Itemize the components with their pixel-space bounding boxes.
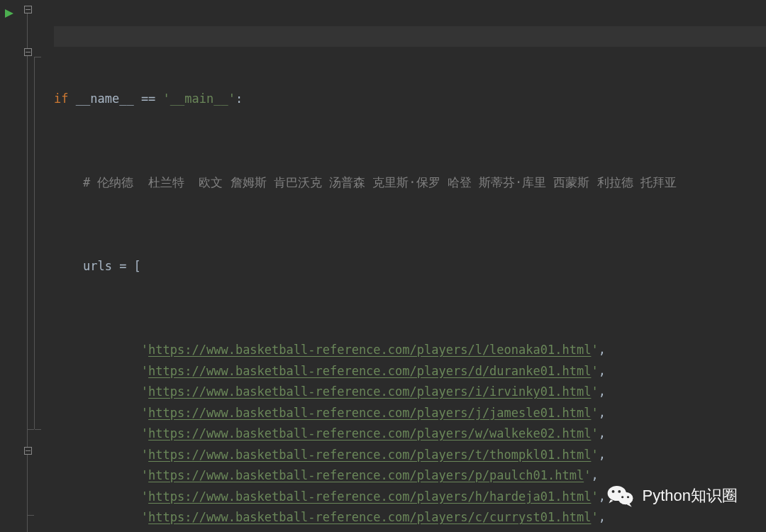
code-line[interactable]: 'https://www.basketball-reference.com/pl… xyxy=(54,528,766,533)
code-line[interactable]: 'https://www.basketball-reference.com/pl… xyxy=(54,361,766,382)
svg-marker-0 xyxy=(5,9,13,18)
url-link[interactable]: https://www.basketball-reference.com/pla… xyxy=(148,382,591,403)
svg-marker-7 xyxy=(609,499,613,503)
url-link[interactable]: https://www.basketball-reference.com/pla… xyxy=(148,403,591,424)
wechat-icon xyxy=(606,481,635,511)
svg-point-4 xyxy=(618,490,621,493)
fold-toggle-icon[interactable] xyxy=(24,6,32,13)
fold-toggle-icon[interactable] xyxy=(24,48,32,56)
code-line[interactable]: # 伦纳德 杜兰特 欧文 詹姆斯 肯巴沃克 汤普森 克里斯·保罗 哈登 斯蒂芬·… xyxy=(54,172,766,194)
url-link[interactable]: https://www.basketball-reference.com/pla… xyxy=(148,507,591,528)
url-link[interactable]: https://www.basketball-reference.com/pla… xyxy=(148,465,584,487)
url-link[interactable]: https://www.basketball-reference.com/pla… xyxy=(148,445,591,466)
current-line-highlight xyxy=(54,26,766,48)
svg-point-3 xyxy=(611,490,614,493)
fold-gutter xyxy=(21,0,54,532)
code-line[interactable]: urls = [ xyxy=(54,256,766,277)
url-link[interactable]: https://www.basketball-reference.com/pla… xyxy=(148,423,591,445)
code-line[interactable]: 'https://www.basketball-reference.com/pl… xyxy=(54,382,766,403)
code-line[interactable]: if __name__ == '__main__': xyxy=(54,89,766,110)
run-icon[interactable] xyxy=(4,7,21,21)
run-gutter xyxy=(0,0,21,532)
url-link[interactable]: https://www.basketball-reference.com/pla… xyxy=(148,528,591,533)
svg-point-2 xyxy=(618,492,633,505)
code-line[interactable]: 'https://www.basketball-reference.com/pl… xyxy=(54,423,766,445)
url-link[interactable]: https://www.basketball-reference.com/pla… xyxy=(148,361,591,382)
watermark-text: Python知识圈 xyxy=(643,485,738,506)
svg-point-6 xyxy=(626,496,628,498)
fold-toggle-icon[interactable] xyxy=(24,447,32,455)
url-link[interactable]: https://www.basketball-reference.com/pla… xyxy=(148,487,591,508)
code-line[interactable]: 'https://www.basketball-reference.com/pl… xyxy=(54,403,766,424)
code-line[interactable]: 'https://www.basketball-reference.com/pl… xyxy=(54,340,766,361)
code-editor[interactable]: if __name__ == '__main__': # 伦纳德 杜兰特 欧文 … xyxy=(0,0,766,532)
code-line[interactable]: 'https://www.basketball-reference.com/pl… xyxy=(54,445,766,466)
code-area[interactable]: if __name__ == '__main__': # 伦纳德 杜兰特 欧文 … xyxy=(54,0,766,532)
svg-point-5 xyxy=(621,496,623,498)
watermark: Python知识圈 xyxy=(606,481,738,511)
url-link[interactable]: https://www.basketball-reference.com/pla… xyxy=(148,340,591,361)
